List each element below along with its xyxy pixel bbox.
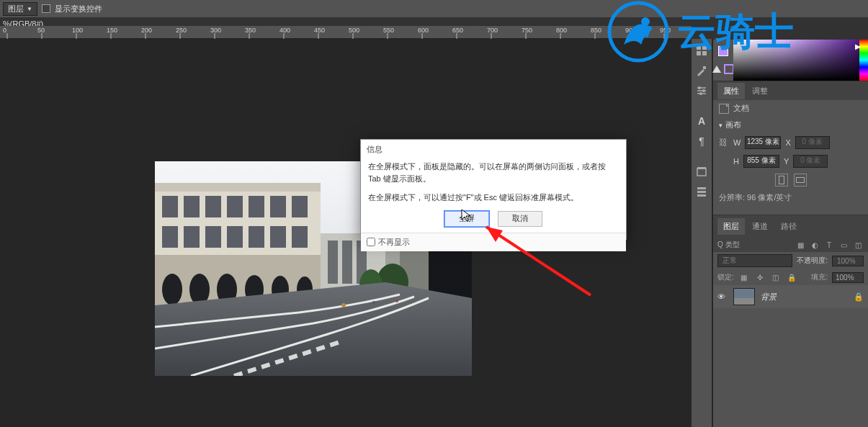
paragraph-icon[interactable]: ¶ [693,132,710,150]
svg-text:550: 550 [383,27,394,34]
svg-text:950: 950 [660,27,671,34]
blend-mode-select[interactable]: 正常 [717,254,792,267]
svg-point-58 [162,274,182,305]
fill-label: 填充: [811,272,828,282]
svg-rect-50 [162,226,178,248]
ok-button[interactable]: 全屏 [444,211,489,227]
cancel-button[interactable]: 取消 [498,211,542,227]
height-row: H 855 像素 Y 0 像素 [713,152,868,171]
tab-properties[interactable]: 属性 [717,83,745,99]
lock-all-icon[interactable]: 🔒 [786,271,797,283]
portrait-button[interactable] [775,174,788,186]
svg-text:750: 750 [522,27,532,34]
triangle-icon [712,66,721,73]
tab-adjust[interactable]: 调整 [746,83,774,99]
properties-panel: 属性 调整 文档 ▾ 画布 ⛓ W 1235 像素 X 0 像素 H 855 像… [713,81,868,210]
color-panel: ▶ [713,39,868,81]
svg-rect-55 [270,226,286,248]
dialog-title: 信息 [361,140,626,159]
svg-rect-90 [697,191,706,193]
options-bar: 图层 ▼ 显示变换控件 [0,0,868,17]
brush-settings-icon[interactable] [693,62,710,79]
svg-rect-70 [328,241,338,284]
dont-show-label: 不再显示 [378,237,410,248]
fill-field[interactable]: 100% [832,272,864,283]
svg-point-76 [341,303,346,307]
svg-point-78 [395,300,398,302]
dropdown-label: 图层 [8,4,24,14]
layer-type-label[interactable]: Q 类型 [717,240,740,250]
canvas-section[interactable]: ▾ 画布 [713,117,868,133]
svg-rect-49 [292,196,308,217]
properties-tabs: 属性 调整 [713,81,868,100]
svg-rect-48 [270,196,286,217]
svg-rect-53 [227,226,243,248]
color-arrow-icon: ▶ [855,42,861,50]
svg-point-86 [699,92,702,95]
dont-show-checkbox[interactable] [367,238,375,246]
link-icon[interactable]: ⛓ [719,138,729,148]
svg-rect-88 [697,167,706,169]
dialog-footer: 不再显示 [361,233,626,251]
library-icon[interactable] [693,163,710,180]
x-field: 0 像素 [795,136,830,149]
svg-point-85 [702,89,705,92]
filter-shape-icon[interactable]: ▭ [838,239,849,251]
svg-text:400: 400 [279,27,290,34]
stroke-swatch[interactable] [724,64,734,74]
h-label: H [733,157,739,166]
dialog-message-1: 在全屏模式下，面板是隐藏的。可以在屏幕的两侧访问面板，或者按 Tab 键显示面板… [361,159,626,186]
svg-rect-52 [205,226,221,248]
svg-rect-56 [292,226,308,248]
layer-filter-row: Q 类型 ▦ ◐ T ▭ ◫ [713,238,868,252]
svg-rect-54 [249,226,264,248]
filter-text-icon[interactable]: T [823,239,835,251]
svg-rect-47 [249,196,264,217]
chevron-down-icon: ▾ [719,122,722,129]
svg-text:100: 100 [72,27,83,34]
lock-artboard-icon[interactable]: ◫ [770,271,782,283]
landscape-button[interactable] [794,174,807,186]
layer-dropdown[interactable]: 图层 ▼ [3,2,37,16]
width-row: ⛓ W 1235 像素 X 0 像素 [713,133,868,152]
foreground-swatch[interactable] [718,46,728,56]
dialog-buttons: 全屏 取消 [361,205,626,233]
svg-rect-83 [703,66,706,69]
svg-text:200: 200 [141,27,152,34]
layer-background[interactable]: 👁 背景 🔒 [713,285,868,308]
color-field[interactable]: ▶ [733,40,859,81]
transform-checkbox-label: 显示变换控件 [55,4,102,14]
height-field[interactable]: 855 像素 [743,155,779,168]
svg-text:900: 900 [625,27,636,34]
transform-checkbox[interactable] [42,4,50,13]
svg-text:450: 450 [314,27,325,34]
y-field: 0 像素 [793,155,828,168]
width-field[interactable]: 1235 像素 [745,136,781,149]
visibility-icon[interactable]: 👁 [717,292,728,301]
filter-adjust-icon[interactable]: ◐ [809,239,820,251]
svg-text:350: 350 [245,27,256,34]
tab-layers[interactable]: 图层 [717,218,745,235]
right-panels: ▶ 属性 调整 文档 ▾ 画布 ⛓ W 1235 像素 X 0 像素 H 855… [713,39,868,427]
color-swatches [713,40,733,81]
svg-rect-42 [155,183,321,192]
layers-panel: 图层 通道 路径 Q 类型 ▦ ◐ T ▭ ◫ 正常 不透明度: 100% 锁定… [713,215,868,308]
filter-smart-icon[interactable]: ◫ [852,239,864,251]
y-label: Y [784,157,789,166]
lock-pixel-icon[interactable]: ▦ [738,271,750,283]
tab-channels[interactable]: 通道 [746,218,774,235]
svg-rect-43 [162,196,178,217]
text-tool-icon[interactable]: A [693,112,710,130]
layers-comp-icon[interactable] [693,183,710,200]
tab-paths[interactable]: 路径 [775,218,802,235]
svg-text:700: 700 [487,27,498,34]
orientation-row [713,171,868,189]
swatches-icon[interactable] [693,42,710,59]
adjust-icon[interactable] [693,82,710,99]
svg-rect-79 [697,45,701,50]
svg-rect-46 [227,196,243,217]
filter-pixel-icon[interactable]: ▦ [795,239,806,251]
opacity-field[interactable]: 100% [832,256,864,266]
x-label: X [785,138,790,147]
lock-position-icon[interactable]: ✜ [754,271,766,283]
